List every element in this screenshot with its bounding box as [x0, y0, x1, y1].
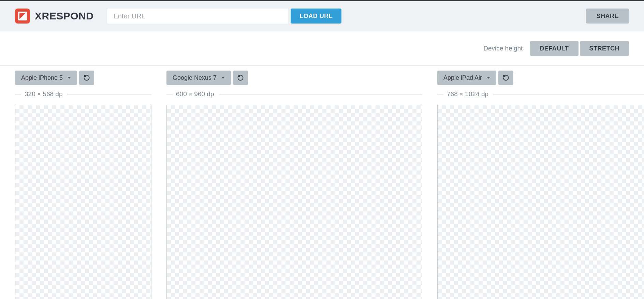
divider-right — [219, 94, 422, 94]
dimensions-text: 320 × 568 dp — [25, 90, 62, 98]
rotate-icon — [83, 74, 90, 81]
device-name: Google Nexus 7 — [173, 74, 217, 81]
rotate-icon — [237, 74, 244, 81]
share-button[interactable]: SHARE — [586, 9, 629, 24]
preview-pane[interactable] — [437, 105, 644, 299]
device-dropdown[interactable]: Apple iPhone 5 — [15, 71, 77, 85]
frame-header: Apple iPad Air — [437, 71, 644, 85]
controls-bar: Device height DEFAULT STRETCH — [0, 31, 644, 66]
device-name: Apple iPhone 5 — [21, 74, 63, 81]
default-button[interactable]: DEFAULT — [530, 41, 578, 56]
divider-left — [437, 94, 443, 94]
rotate-button[interactable] — [233, 71, 248, 85]
height-toggle-group: DEFAULT STRETCH — [530, 41, 629, 56]
rotate-button[interactable] — [498, 71, 513, 85]
dimensions-text: 768 × 1024 dp — [447, 90, 488, 98]
brand-text: XRESPOND — [35, 10, 93, 22]
device-frame: Google Nexus 7 600 × 960 dp — [166, 71, 422, 299]
url-input[interactable] — [107, 9, 288, 24]
rotate-button[interactable] — [79, 71, 94, 85]
device-dropdown[interactable]: Apple iPad Air — [437, 71, 496, 85]
dimensions-row: 768 × 1024 dp — [437, 90, 644, 98]
frame-header: Apple iPhone 5 — [15, 71, 151, 85]
device-height-label: Device height — [483, 45, 523, 52]
preview-pane[interactable] — [15, 105, 151, 299]
device-name: Apple iPad Air — [443, 74, 482, 81]
chevron-down-icon — [221, 77, 225, 79]
frame-header: Google Nexus 7 — [166, 71, 422, 85]
divider-left — [166, 94, 173, 94]
logo[interactable]: XRESPOND — [15, 9, 93, 24]
dimensions-row: 600 × 960 dp — [166, 90, 422, 98]
preview-pane[interactable] — [166, 105, 422, 299]
divider-left — [15, 94, 21, 94]
dimensions-text: 600 × 960 dp — [176, 90, 214, 98]
stretch-button[interactable]: STRETCH — [580, 41, 629, 56]
chevron-down-icon — [487, 77, 490, 79]
rotate-icon — [502, 74, 509, 81]
frames-container: Apple iPhone 5 320 × 568 dp Google Nexus… — [0, 66, 644, 299]
logo-icon — [15, 9, 30, 24]
device-frame: Apple iPhone 5 320 × 568 dp — [15, 71, 151, 299]
chevron-down-icon — [68, 77, 71, 79]
device-frame: Apple iPad Air 768 × 1024 dp — [437, 71, 644, 299]
load-url-button[interactable]: LOAD URL — [291, 9, 341, 24]
header: XRESPOND LOAD URL SHARE — [0, 1, 644, 31]
divider-right — [493, 94, 644, 94]
dimensions-row: 320 × 568 dp — [15, 90, 151, 98]
device-dropdown[interactable]: Google Nexus 7 — [166, 71, 231, 85]
divider-right — [67, 94, 151, 94]
